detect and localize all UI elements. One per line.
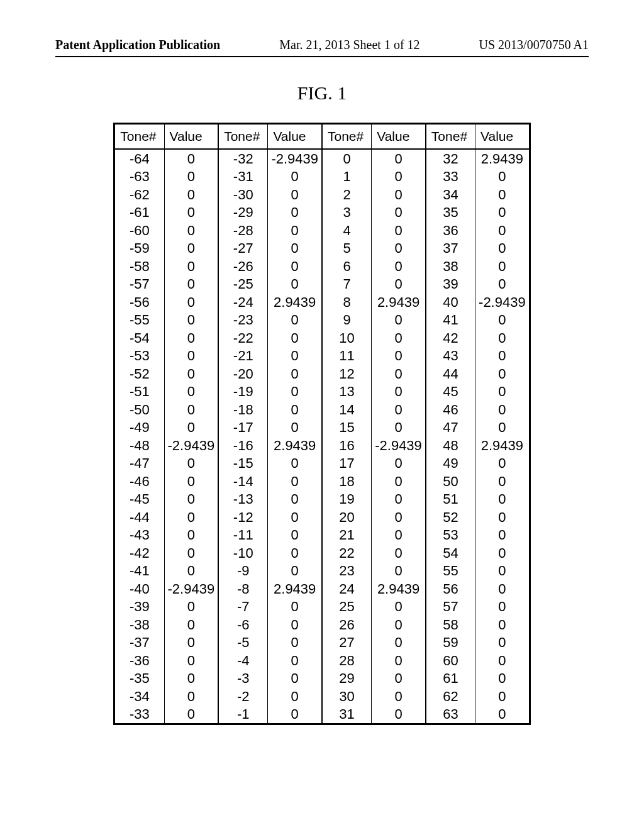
value-cell: -2.9439 — [475, 293, 530, 311]
tone-cell: 62 — [426, 687, 475, 706]
tone-cell: 13 — [322, 383, 372, 401]
table-row: -330-10310630 — [114, 706, 530, 724]
tone-cell: -42 — [114, 544, 164, 562]
value-cell: 0 — [475, 221, 530, 240]
table-row: -470-150170490 — [114, 455, 530, 473]
value-cell: 0 — [164, 526, 218, 545]
value-cell: 0 — [164, 401, 218, 419]
value-cell: 0 — [164, 240, 218, 258]
tone-cell: -61 — [114, 204, 164, 222]
value-cell: 0 — [268, 651, 322, 670]
value-cell: 0 — [268, 365, 322, 383]
value-cell: 0 — [372, 168, 426, 186]
tone-cell: 59 — [426, 634, 475, 652]
value-cell: 0 — [475, 651, 530, 670]
col-tone-3: Tone# — [322, 124, 372, 150]
value-cell: 0 — [164, 365, 218, 383]
tone-cell: 32 — [426, 149, 475, 168]
value-cell: 0 — [268, 616, 322, 634]
tone-cell: -39 — [114, 598, 164, 616]
tone-cell: -38 — [114, 616, 164, 634]
tone-cell: -34 — [114, 687, 164, 706]
value-cell: 0 — [164, 508, 218, 526]
table-row: -490-170150470 — [114, 419, 530, 437]
value-cell: -2.9439 — [164, 436, 218, 455]
value-cell: 0 — [372, 706, 426, 724]
col-tone-2: Tone# — [218, 124, 268, 150]
tone-cell: -59 — [114, 240, 164, 258]
tone-cell: -62 — [114, 185, 164, 204]
value-cell: 0 — [164, 221, 218, 240]
tone-cell: 39 — [426, 275, 475, 294]
tone-cell: -15 — [218, 455, 268, 473]
value-cell: 0 — [475, 687, 530, 706]
value-cell: 0 — [475, 580, 530, 598]
tone-cell: -46 — [114, 472, 164, 490]
tone-cell: 42 — [426, 329, 475, 347]
table-row: -390-70250570 — [114, 598, 530, 616]
value-cell: 0 — [268, 562, 322, 580]
tone-cell: -53 — [114, 347, 164, 365]
table-row: -630-31010330 — [114, 168, 530, 186]
tone-cell: -26 — [218, 257, 268, 275]
value-cell: 2.9439 — [372, 580, 426, 598]
value-cell: 0 — [268, 275, 322, 294]
tone-cell: -27 — [218, 240, 268, 258]
value-cell: 0 — [372, 490, 426, 509]
value-cell: 0 — [164, 490, 218, 509]
tone-cell: -16 — [218, 436, 268, 455]
tone-cell: 15 — [322, 419, 372, 437]
value-cell: 0 — [372, 419, 426, 437]
tone-cell: -56 — [114, 293, 164, 311]
tone-cell: -32 — [218, 149, 268, 168]
value-cell: 0 — [164, 347, 218, 365]
value-cell: 0 — [372, 544, 426, 562]
tone-cell: 31 — [322, 706, 372, 724]
tone-cell: -52 — [114, 365, 164, 383]
tone-cell: 56 — [426, 580, 475, 598]
value-cell: 0 — [268, 508, 322, 526]
tone-cell: -28 — [218, 221, 268, 240]
value-cell: 0 — [372, 562, 426, 580]
value-cell: 0 — [164, 706, 218, 724]
table-row: -48-2.9439-162.943916-2.9439482.9439 — [114, 436, 530, 455]
value-cell: 0 — [164, 616, 218, 634]
value-cell: 0 — [164, 149, 218, 168]
value-cell: 0 — [164, 634, 218, 652]
tone-cell: -43 — [114, 526, 164, 545]
tone-cell: 46 — [426, 401, 475, 419]
value-cell: 0 — [475, 365, 530, 383]
table-container: Tone# Value Tone# Value Tone# Value Tone… — [55, 123, 589, 725]
tone-cell: 22 — [322, 544, 372, 562]
tone-cell: -33 — [114, 706, 164, 724]
tone-cell: 29 — [322, 670, 372, 688]
table-row: -420-100220540 — [114, 544, 530, 562]
table-header-row: Tone# Value Tone# Value Tone# Value Tone… — [114, 124, 530, 150]
page: Patent Application Publication Mar. 21, … — [0, 0, 644, 830]
value-cell: 0 — [268, 670, 322, 688]
value-cell: 0 — [475, 490, 530, 509]
value-cell: 0 — [268, 598, 322, 616]
tone-cell: -51 — [114, 383, 164, 401]
tone-cell: 57 — [426, 598, 475, 616]
value-cell: 0 — [475, 347, 530, 365]
value-cell: 2.9439 — [475, 149, 530, 168]
value-cell: 0 — [268, 168, 322, 186]
value-cell: 0 — [475, 670, 530, 688]
value-cell: 0 — [164, 275, 218, 294]
value-cell: 0 — [268, 221, 322, 240]
tone-cell: -54 — [114, 329, 164, 347]
tone-cell: 7 — [322, 275, 372, 294]
tone-cell: -23 — [218, 311, 268, 329]
table-row: -510-190130450 — [114, 383, 530, 401]
value-cell: 0 — [372, 329, 426, 347]
tone-cell: 38 — [426, 257, 475, 275]
tone-cell: 16 — [322, 436, 372, 455]
table-row: -410-90230550 — [114, 562, 530, 580]
tone-cell: -9 — [218, 562, 268, 580]
tone-cell: 2 — [322, 185, 372, 204]
tone-cell: 52 — [426, 508, 475, 526]
table-row: -640-32-2.943900322.9439 — [114, 149, 530, 168]
tone-cell: -29 — [218, 204, 268, 222]
tone-cell: 40 — [426, 293, 475, 311]
